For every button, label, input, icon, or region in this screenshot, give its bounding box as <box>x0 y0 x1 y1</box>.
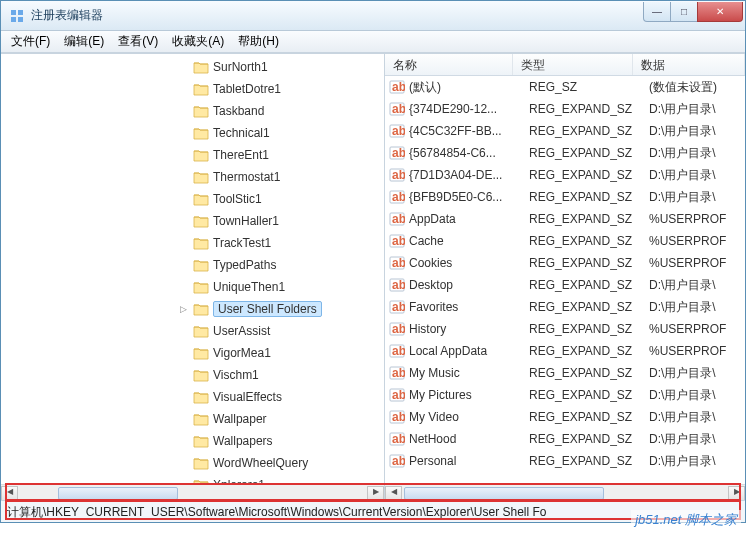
scroll-right-button[interactable]: ▶ <box>728 486 745 501</box>
folder-icon <box>193 434 209 448</box>
tree-item[interactable]: Wallpapers <box>1 430 384 452</box>
scroll-left-button[interactable]: ◀ <box>1 486 18 501</box>
svg-text:ab: ab <box>392 146 405 160</box>
tree-item[interactable]: Technical1 <box>1 122 384 144</box>
folder-icon <box>193 82 209 96</box>
value-row[interactable]: abAppDataREG_EXPAND_SZ%USERPROF <box>385 208 745 230</box>
tree-item-label: TrackTest1 <box>213 236 271 250</box>
tree-item-label: UserAssist <box>213 324 270 338</box>
folder-icon <box>193 170 209 184</box>
tree-item[interactable]: ToolStic1 <box>1 188 384 210</box>
tree-item[interactable]: TabletDotre1 <box>1 78 384 100</box>
col-name[interactable]: 名称 <box>385 54 513 75</box>
scroll-track[interactable] <box>402 486 728 501</box>
col-type[interactable]: 类型 <box>513 54 633 75</box>
list-hscroll[interactable]: ◀ ▶ <box>385 484 745 500</box>
scroll-thumb[interactable] <box>404 487 604 500</box>
scroll-track[interactable] <box>18 486 367 501</box>
col-data[interactable]: 数据 <box>633 54 745 75</box>
tree-item[interactable]: VisualEffects <box>1 386 384 408</box>
titlebar[interactable]: 注册表编辑器 — □ ✕ <box>1 1 745 31</box>
tree-item[interactable]: SurNorth1 <box>1 56 384 78</box>
value-row[interactable]: ab{56784854-C6...REG_EXPAND_SZD:\用户目录\ <box>385 142 745 164</box>
tree-item[interactable]: TrackTest1 <box>1 232 384 254</box>
value-row[interactable]: ab{BFB9D5E0-C6...REG_EXPAND_SZD:\用户目录\ <box>385 186 745 208</box>
close-button[interactable]: ✕ <box>697 2 743 22</box>
value-name: My Pictures <box>409 388 529 402</box>
scroll-right-button[interactable]: ▶ <box>367 486 384 501</box>
menu-file[interactable]: 文件(F) <box>5 31 56 52</box>
tree-item[interactable]: TypedPaths <box>1 254 384 276</box>
string-value-icon: ab <box>389 145 405 161</box>
value-type: REG_EXPAND_SZ <box>529 454 649 468</box>
tree-pane: SurNorth1TabletDotre1TaskbandTechnical1T… <box>1 54 385 500</box>
minimize-button[interactable]: — <box>643 2 671 22</box>
folder-icon <box>193 324 209 338</box>
tree-item[interactable]: Taskband <box>1 100 384 122</box>
value-data: D:\用户目录\ <box>649 365 745 382</box>
folder-icon <box>193 412 209 426</box>
tree-item[interactable]: ▷User Shell Folders <box>1 298 384 320</box>
string-value-icon: ab <box>389 189 405 205</box>
value-row[interactable]: abFavoritesREG_EXPAND_SZD:\用户目录\ <box>385 296 745 318</box>
value-row[interactable]: abCookiesREG_EXPAND_SZ%USERPROF <box>385 252 745 274</box>
value-row[interactable]: abMy PicturesREG_EXPAND_SZD:\用户目录\ <box>385 384 745 406</box>
tree-item[interactable]: TownHaller1 <box>1 210 384 232</box>
registry-editor-window: 注册表编辑器 — □ ✕ 文件(F) 编辑(E) 查看(V) 收藏夹(A) 帮助… <box>0 0 746 523</box>
value-name: My Video <box>409 410 529 424</box>
value-row[interactable]: abDesktopREG_EXPAND_SZD:\用户目录\ <box>385 274 745 296</box>
value-row[interactable]: abHistoryREG_EXPAND_SZ%USERPROF <box>385 318 745 340</box>
value-row[interactable]: abMy MusicREG_EXPAND_SZD:\用户目录\ <box>385 362 745 384</box>
svg-text:ab: ab <box>392 80 405 94</box>
string-value-icon: ab <box>389 299 405 315</box>
value-name: AppData <box>409 212 529 226</box>
value-row[interactable]: ab{7D1D3A04-DE...REG_EXPAND_SZD:\用户目录\ <box>385 164 745 186</box>
value-type: REG_EXPAND_SZ <box>529 388 649 402</box>
value-row[interactable]: abNetHoodREG_EXPAND_SZD:\用户目录\ <box>385 428 745 450</box>
value-data: (数值未设置) <box>649 79 745 96</box>
menu-help[interactable]: 帮助(H) <box>232 31 285 52</box>
svg-text:ab: ab <box>392 190 405 204</box>
value-list[interactable]: ab(默认)REG_SZ(数值未设置)ab{374DE290-12...REG_… <box>385 76 745 484</box>
tree-item-label: VigorMea1 <box>213 346 271 360</box>
value-data: D:\用户目录\ <box>649 431 745 448</box>
string-value-icon: ab <box>389 123 405 139</box>
tree-item[interactable]: Thermostat1 <box>1 166 384 188</box>
value-row[interactable]: abPersonalREG_EXPAND_SZD:\用户目录\ <box>385 450 745 472</box>
tree-item[interactable]: WordWheelQuery <box>1 452 384 474</box>
tree-hscroll[interactable]: ◀ ▶ <box>1 484 384 500</box>
scroll-left-button[interactable]: ◀ <box>385 486 402 501</box>
value-type: REG_EXPAND_SZ <box>529 146 649 160</box>
menu-view[interactable]: 查看(V) <box>112 31 164 52</box>
folder-icon <box>193 60 209 74</box>
tree-item[interactable]: Wallpaper <box>1 408 384 430</box>
value-data: %USERPROF <box>649 256 745 270</box>
value-row[interactable]: ab{4C5C32FF-BB...REG_EXPAND_SZD:\用户目录\ <box>385 120 745 142</box>
value-row[interactable]: abLocal AppDataREG_EXPAND_SZ%USERPROF <box>385 340 745 362</box>
window-title: 注册表编辑器 <box>31 7 644 24</box>
tree-item-label: WordWheelQuery <box>213 456 308 470</box>
tree-item[interactable]: UniqueThen1 <box>1 276 384 298</box>
value-row[interactable]: ab{374DE290-12...REG_EXPAND_SZD:\用户目录\ <box>385 98 745 120</box>
value-row[interactable]: abCacheREG_EXPAND_SZ%USERPROF <box>385 230 745 252</box>
value-type: REG_EXPAND_SZ <box>529 124 649 138</box>
tree-item[interactable]: Xplorere1 <box>1 474 384 484</box>
scroll-thumb[interactable] <box>58 487 178 500</box>
value-row[interactable]: ab(默认)REG_SZ(数值未设置) <box>385 76 745 98</box>
tree-item[interactable]: ThereEnt1 <box>1 144 384 166</box>
expander-icon[interactable]: ▷ <box>177 304 189 314</box>
key-tree[interactable]: SurNorth1TabletDotre1TaskbandTechnical1T… <box>1 54 384 484</box>
string-value-icon: ab <box>389 211 405 227</box>
value-row[interactable]: abMy VideoREG_EXPAND_SZD:\用户目录\ <box>385 406 745 428</box>
menu-edit[interactable]: 编辑(E) <box>58 31 110 52</box>
value-data: %USERPROF <box>649 234 745 248</box>
maximize-button[interactable]: □ <box>670 2 698 22</box>
value-type: REG_EXPAND_SZ <box>529 168 649 182</box>
tree-item[interactable]: Vischm1 <box>1 364 384 386</box>
svg-rect-1 <box>18 10 23 15</box>
string-value-icon: ab <box>389 167 405 183</box>
tree-item[interactable]: UserAssist <box>1 320 384 342</box>
tree-item[interactable]: VigorMea1 <box>1 342 384 364</box>
menu-favorites[interactable]: 收藏夹(A) <box>166 31 230 52</box>
string-value-icon: ab <box>389 453 405 469</box>
